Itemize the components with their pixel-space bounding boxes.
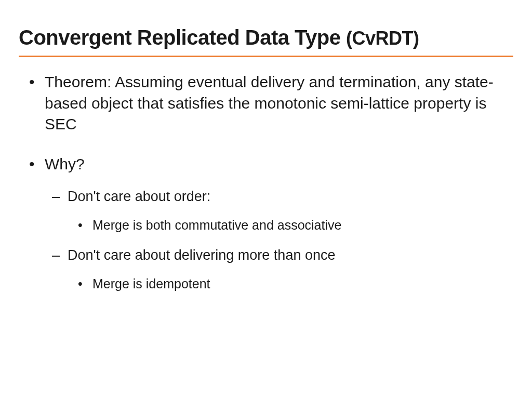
bullet-theorem: Theorem: Assuming eventual delivery and … [45, 72, 513, 135]
bullet-text: Why? [45, 155, 85, 172]
subbullet-delivery: Don't care about delivering more than on… [68, 246, 513, 293]
title-main: Convergent Replicated Data Type [19, 26, 346, 49]
sub-sub-list: Merge is both commutative and associativ… [68, 216, 513, 234]
bullet-text: Theorem: Assuming eventual delivery and … [45, 73, 494, 132]
bullet-text: Merge is both commutative and associativ… [92, 218, 341, 232]
bullet-text: Don't care about delivering more than on… [68, 247, 335, 263]
title-wrap: Convergent Replicated Data Type (CvRDT) [19, 26, 513, 57]
subbullet-order: Don't care about order: Merge is both co… [68, 187, 513, 234]
bullet-text: Merge is idempotent [92, 276, 210, 291]
slide: Convergent Replicated Data Type (CvRDT) … [0, 0, 532, 399]
sub-sub-list: Merge is idempotent [68, 275, 513, 293]
bullet-list: Theorem: Assuming eventual delivery and … [19, 72, 513, 293]
sub-list: Don't care about order: Merge is both co… [45, 187, 513, 293]
title-sub: (CvRDT) [346, 28, 419, 49]
bullet-why: Why? Don't care about order: Merge is bo… [45, 154, 513, 293]
subsubbullet-commutative: Merge is both commutative and associativ… [92, 216, 513, 234]
subsubbullet-idempotent: Merge is idempotent [92, 275, 513, 293]
slide-title: Convergent Replicated Data Type (CvRDT) [19, 26, 513, 49]
bullet-text: Don't care about order: [68, 189, 210, 204]
